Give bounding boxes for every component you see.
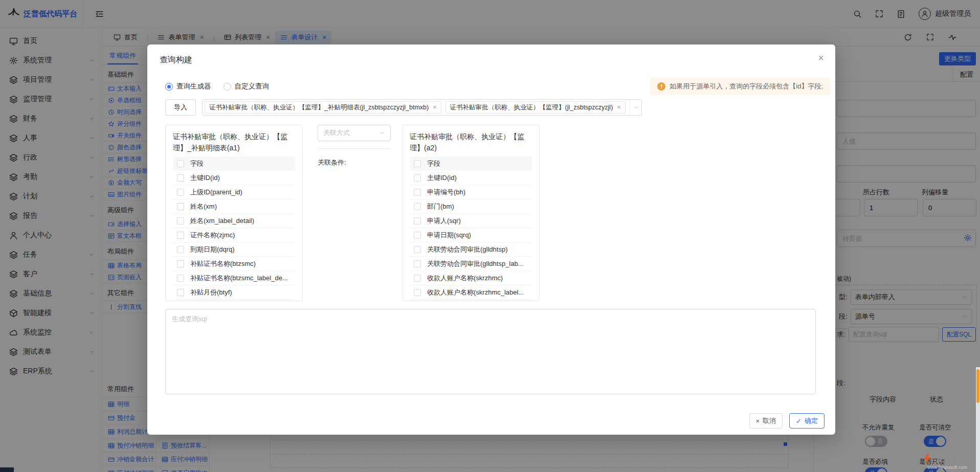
- field-label: 到期日期(dqrq): [190, 245, 235, 254]
- field-label: 申请编号(bh): [427, 188, 465, 197]
- cancel-button[interactable]: × 取消: [749, 413, 783, 429]
- warning-text: 如果用于源单引入，查询的字段必须包含【id】字段;: [670, 82, 823, 91]
- right-field-panel: 证书补贴审批（职称、执业证）【监理】(a2) 字段主键ID(id)申请编号(bh…: [402, 125, 540, 301]
- checkbox[interactable]: [414, 232, 421, 239]
- field-row[interactable]: 证件名称(zjmc): [173, 228, 295, 242]
- field-label: 关联劳动合同审批(glldhtsp_lab...: [427, 259, 524, 268]
- field-row[interactable]: 主键ID(id): [173, 171, 295, 185]
- checkbox[interactable]: [177, 203, 184, 210]
- vendor-watermark: 泛普软件 www.fanpusoft.com: [922, 453, 973, 470]
- checkbox[interactable]: [414, 203, 421, 210]
- field-label: 补贴证书名称(btzsmc_label_de...: [190, 274, 288, 283]
- field-row[interactable]: 补贴证书名称(btzsmc_label_de...: [173, 271, 295, 285]
- vendor-name: 泛普软件: [936, 453, 973, 464]
- checkbox[interactable]: [414, 189, 421, 196]
- left-field-panel: 证书补贴审批（职称、执业证）【监理】_补贴明细表(a1) 字段主键ID(id)上…: [165, 125, 303, 301]
- checkbox[interactable]: [177, 174, 184, 182]
- field-row[interactable]: 到期日期(dqrq): [173, 242, 295, 257]
- import-tag: 证书补贴审批（职称、执业证）【监理】(jl_zsbtspzczyzjl)×: [446, 101, 626, 114]
- field-label: 主键ID(id): [427, 173, 457, 183]
- checkbox[interactable]: [177, 289, 184, 296]
- field-label: 姓名(xm): [190, 202, 217, 211]
- field-label: 补贴证书名称(btzsmc): [190, 259, 256, 268]
- field-label: 收款人账户名称(skrzhmc): [427, 274, 503, 283]
- radio-custom-query-label: 自定义查询: [235, 82, 270, 91]
- field-label: 主键ID(id): [190, 173, 220, 183]
- field-label: 申请日期(sqrq): [427, 231, 471, 240]
- field-label: 关联劳动合同审批(glldhtsp): [427, 245, 507, 254]
- checkbox[interactable]: [414, 217, 421, 224]
- field-row[interactable]: 字段: [173, 156, 295, 171]
- field-label: 部门(bm): [427, 202, 454, 211]
- field-row[interactable]: 上级ID(parent_id): [173, 185, 295, 199]
- chevron-down-icon[interactable]: [630, 100, 642, 115]
- checkbox[interactable]: [177, 275, 184, 282]
- field-row[interactable]: 部门(bm): [410, 199, 532, 214]
- field-row[interactable]: 关联劳动合同审批(glldhtsp_lab...: [410, 257, 532, 271]
- close-icon[interactable]: ×: [433, 104, 436, 111]
- radio-query-builder-label: 查询生成器: [176, 82, 211, 91]
- field-row[interactable]: 关联劳动合同审批(glldhtsp): [410, 242, 532, 257]
- field-row[interactable]: 姓名(xm_label_detail): [173, 214, 295, 228]
- table-multiselect[interactable]: 证书补贴审批（职称、执业证）【监理】_补贴明细表(jl_zsbtspzczyzj…: [202, 99, 642, 116]
- checkbox[interactable]: [414, 260, 421, 267]
- field-row[interactable]: 申请人(sqr): [410, 214, 532, 228]
- import-tag: 证书补贴审批（职称、执业证）【监理】_补贴明细表(jl_zsbtspzczyzj…: [205, 101, 441, 114]
- field-row[interactable]: 申请日期(sqrq): [410, 228, 532, 242]
- vendor-url: www.fanpusoft.com: [927, 465, 967, 470]
- checkbox[interactable]: [414, 160, 421, 167]
- field-row[interactable]: 收款人账户名称(skrzhmc): [410, 271, 532, 285]
- field-row[interactable]: 姓名(xm): [173, 199, 295, 214]
- tag-label: 证书补贴审批（职称、执业证）【监理】_补贴明细表(jl_zsbtspzczyzj…: [209, 103, 429, 112]
- radio-query-builder[interactable]: [165, 83, 173, 91]
- page-scrollbar[interactable]: [976, 367, 980, 472]
- checkbox[interactable]: [177, 160, 184, 167]
- field-label: 字段: [427, 159, 440, 168]
- join-type-select[interactable]: 关联方式: [318, 125, 391, 141]
- field-row[interactable]: 申请编号(bh): [410, 185, 532, 199]
- query-builder-modal: 查询构建 × 查询生成器 自定义查询 ! 如果用于源单引入，查询的字段必须包含【…: [147, 44, 835, 435]
- checkbox[interactable]: [414, 174, 421, 182]
- field-row[interactable]: 字段: [410, 156, 532, 171]
- import-button[interactable]: 导入: [165, 99, 196, 116]
- tag-label: 证书补贴审批（职称、执业证）【监理】(jl_zsbtspzczyzjl): [450, 103, 613, 112]
- checkbox[interactable]: [177, 232, 184, 239]
- field-row[interactable]: 主键ID(id): [410, 171, 532, 185]
- vendor-logo-icon: [922, 453, 933, 464]
- warning-icon: !: [657, 82, 665, 91]
- field-label: 申请人(sqr): [427, 216, 461, 226]
- scrollbar-thumb[interactable]: [976, 369, 979, 403]
- left-table-title: 证书补贴审批（职称、执业证）【监理】_补贴明细表(a1): [173, 131, 295, 153]
- checkbox[interactable]: [177, 217, 184, 224]
- checkbox[interactable]: [177, 189, 184, 196]
- field-row[interactable]: 补贴月份(btyf): [173, 285, 295, 300]
- field-label: 上级ID(parent_id): [190, 188, 242, 197]
- radio-custom-query[interactable]: [224, 83, 231, 91]
- field-label: 姓名(xm_label_detail): [190, 216, 254, 226]
- field-row[interactable]: 补贴证书名称(btzsmc): [173, 257, 295, 271]
- close-icon: ×: [756, 417, 760, 425]
- checkbox[interactable]: [414, 275, 421, 282]
- right-table-title: 证书补贴审批（职称、执业证）【监理】(a2): [410, 131, 532, 153]
- field-label: 证件名称(zjmc): [190, 231, 235, 240]
- divider: [318, 148, 391, 149]
- modal-title: 查询构建: [160, 55, 192, 64]
- field-row[interactable]: 收款人账户名称(skrzhmc_label...: [410, 285, 532, 300]
- checkbox[interactable]: [177, 246, 184, 253]
- chevron-down-icon: [379, 130, 385, 136]
- join-condition-label: 关联条件:: [318, 158, 391, 167]
- checkbox[interactable]: [414, 289, 421, 296]
- warning-banner: ! 如果用于源单引入，查询的字段必须包含【id】字段;: [650, 78, 830, 95]
- field-label: 补贴月份(btyf): [190, 288, 232, 297]
- checkbox[interactable]: [414, 246, 421, 253]
- close-icon[interactable]: ×: [617, 104, 620, 111]
- confirm-button[interactable]: ✓ 确定: [789, 413, 825, 429]
- close-icon[interactable]: ×: [818, 53, 824, 63]
- checkbox[interactable]: [177, 260, 184, 267]
- generated-sql-textarea[interactable]: [165, 309, 816, 394]
- field-label: 收款人账户名称(skrzhmc_label...: [427, 288, 524, 297]
- check-icon: ✓: [796, 417, 801, 425]
- field-label: 字段: [190, 159, 204, 168]
